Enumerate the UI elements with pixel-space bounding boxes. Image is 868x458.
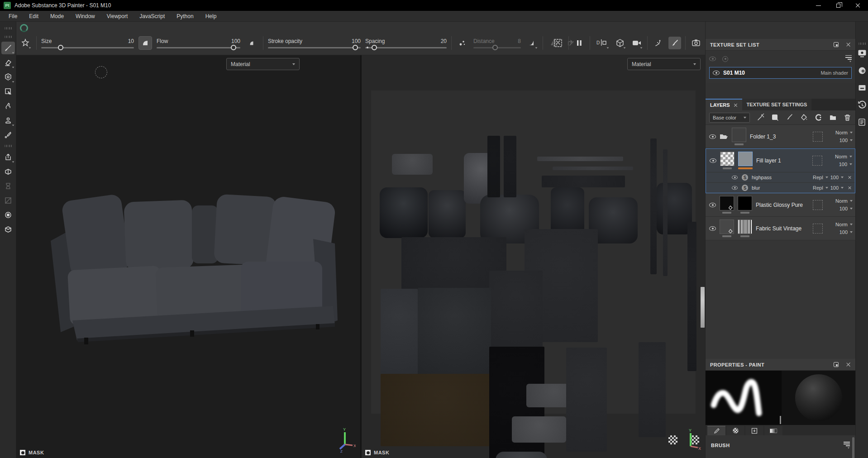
mask-placeholder[interactable]: [813, 132, 823, 142]
camera-settings-button[interactable]: [630, 37, 643, 49]
add-smart-material-button[interactable]: [814, 113, 823, 122]
add-paint-layer-button[interactable]: [785, 113, 794, 122]
add-fill-layer-button[interactable]: [770, 113, 779, 122]
stroke-opacity-slider-knob[interactable]: [353, 45, 358, 50]
effect-blend-select[interactable]: Repl: [813, 185, 823, 191]
properties-scrollbar[interactable]: [852, 437, 854, 458]
close-button[interactable]: [848, 0, 868, 11]
stroke-opacity-slider[interactable]: [268, 47, 361, 48]
layer-row-fabric-suit-vintage[interactable]: Fabric Suit Vintage Norm 100: [706, 217, 855, 240]
assets-button[interactable]: [1, 165, 15, 178]
export-resources-button[interactable]: [1, 151, 15, 163]
add-fill-button[interactable]: [799, 113, 808, 122]
stroke-opacity-value[interactable]: 100: [352, 38, 361, 44]
texture-set-archive-button[interactable]: [857, 83, 867, 93]
log-button[interactable]: [857, 117, 867, 127]
effect-row-blur[interactable]: S blur Repl 100: [706, 182, 855, 193]
remove-effect-icon[interactable]: [848, 186, 851, 190]
viewport-2d[interactable]: Material Y X MASK: [362, 55, 705, 458]
camera-3d-view-button[interactable]: [614, 37, 626, 49]
menu-help[interactable]: Help: [200, 11, 223, 21]
effect-opacity-select[interactable]: 100: [830, 175, 839, 180]
blend-mode-select[interactable]: Norm: [835, 130, 853, 135]
channel-filter-select[interactable]: Base color: [709, 113, 750, 123]
opacity-select[interactable]: 100: [839, 138, 853, 143]
blend-mode-select[interactable]: Norm: [835, 222, 853, 227]
minimize-button[interactable]: [808, 0, 828, 11]
display-settings-button[interactable]: [857, 48, 867, 58]
flow-value[interactable]: 100: [231, 38, 240, 44]
menu-file[interactable]: File: [3, 11, 23, 21]
open-folder-icon[interactable]: [720, 134, 728, 140]
pause-engine-button[interactable]: [573, 37, 586, 49]
preview-splitter[interactable]: [780, 416, 781, 424]
shading-mode-select-3d[interactable]: Material: [226, 58, 300, 70]
menu-window[interactable]: Window: [70, 11, 101, 21]
resources-updater-button[interactable]: [1, 209, 15, 221]
shader-label[interactable]: Main shader: [820, 70, 848, 76]
sofa-model[interactable]: [43, 186, 350, 348]
effect-opacity-select[interactable]: 100: [830, 185, 839, 191]
menu-mode[interactable]: Mode: [44, 11, 70, 21]
tab-alpha-properties[interactable]: [726, 426, 744, 435]
effect-blend-select[interactable]: Repl: [813, 175, 823, 180]
flow-falloff-button[interactable]: [245, 36, 258, 50]
layer-visibility-icon[interactable]: [709, 226, 716, 231]
brush-stroke-preview[interactable]: [706, 371, 782, 425]
close-panel-icon[interactable]: [846, 42, 851, 47]
tab-material-properties[interactable]: [764, 426, 782, 435]
menu-viewport[interactable]: Viewport: [101, 11, 134, 21]
spacing-value[interactable]: 20: [441, 38, 447, 44]
shader-settings-button[interactable]: [857, 66, 867, 76]
mask-placeholder[interactable]: [812, 156, 822, 166]
size-slider[interactable]: [41, 47, 134, 48]
layer-visibility-icon[interactable]: [709, 134, 716, 139]
toggle-all-visibility-icon[interactable]: [709, 57, 716, 61]
material-picker-tool-button[interactable]: [1, 129, 15, 141]
dock-grip[interactable]: [858, 43, 866, 45]
layer-mask-thumbnail[interactable]: [720, 219, 734, 234]
spacing-slider-knob[interactable]: [372, 45, 377, 50]
shelf-button[interactable]: [1, 223, 15, 236]
layer-name[interactable]: Fabric Suit Vintage: [756, 225, 809, 232]
effect-name[interactable]: blur: [752, 185, 760, 191]
toolbar-grip[interactable]: [5, 27, 12, 29]
viewport-3d[interactable]: Material Y X Z MASK: [16, 55, 360, 458]
delete-layer-button[interactable]: [843, 113, 852, 122]
projection-tool-button[interactable]: [1, 71, 15, 83]
layer-name[interactable]: Folder 1_3: [750, 134, 809, 140]
menu-javascript[interactable]: JavaScript: [134, 11, 171, 21]
layer-thumbnail[interactable]: [738, 219, 752, 234]
list-filter-icon[interactable]: [845, 55, 852, 62]
add-folder-button[interactable]: [828, 113, 837, 122]
undock-panel-icon[interactable]: [834, 42, 839, 47]
blend-mode-select[interactable]: Norm: [835, 198, 853, 204]
render-mode-button[interactable]: [690, 37, 702, 49]
restore-button[interactable]: [828, 0, 848, 11]
tab-texture-set-settings[interactable]: TEXTURE SET SETTINGS: [742, 99, 812, 110]
alpha-shape-button[interactable]: [19, 37, 32, 49]
paint-tool-button[interactable]: [1, 42, 15, 54]
layer-row-folder[interactable]: Folder 1_3 Norm 100: [706, 125, 855, 148]
tab-layers[interactable]: LAYERS: [706, 99, 742, 110]
blend-mode-select[interactable]: Norm: [835, 154, 852, 159]
solo-visibility-icon[interactable]: [722, 56, 728, 62]
layer-mask-thumbnail[interactable]: [720, 196, 734, 210]
layer-name[interactable]: Fill layer 1: [756, 157, 809, 164]
flow-slider[interactable]: [157, 47, 240, 48]
layer-thumbnail[interactable]: [732, 128, 746, 142]
stroke-spacing-mode-button[interactable]: [456, 37, 469, 49]
eraser-tool-button[interactable]: [1, 56, 15, 69]
menu-python[interactable]: Python: [171, 11, 199, 21]
mask-placeholder[interactable]: [813, 200, 823, 210]
layer-visibility-icon[interactable]: [710, 158, 716, 163]
remove-effect-icon[interactable]: [848, 176, 851, 179]
mask-placeholder[interactable]: [813, 224, 823, 234]
texture-set-row[interactable]: S01 M10 Main shader: [709, 67, 852, 79]
layer-mask-thumbnail[interactable]: [720, 152, 734, 166]
history-button[interactable]: [857, 100, 867, 110]
texture-set-visibility-icon[interactable]: [713, 71, 720, 75]
polygon-fill-tool-button[interactable]: [1, 85, 15, 98]
particle-brush-button[interactable]: [652, 37, 664, 49]
layer-thumbnail[interactable]: [738, 196, 752, 210]
